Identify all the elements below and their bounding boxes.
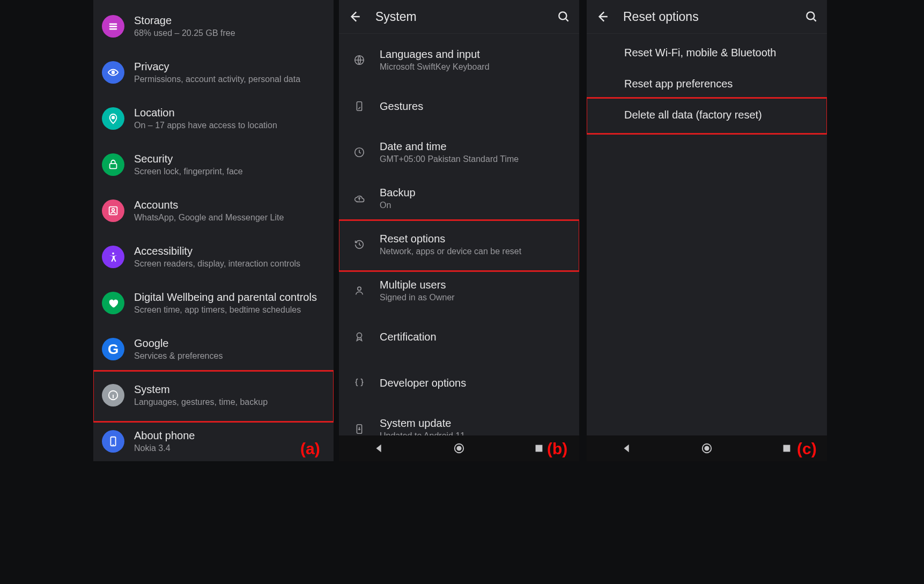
settings-screen: Storage68% used – 20.25 GB freePrivacyPe… xyxy=(93,0,334,461)
nav-back-icon[interactable] xyxy=(621,442,633,454)
svg-point-16 xyxy=(357,333,361,338)
system-list: Languages and inputMicrosoft SwiftKey Ke… xyxy=(339,34,579,452)
item-title: Multiple users xyxy=(380,278,572,291)
item-sub: GMT+05:00 Pakistan Standard Time xyxy=(380,154,572,165)
phone-down-icon xyxy=(346,423,372,435)
reset-item[interactable]: Reset app preferences xyxy=(587,68,827,99)
item-sub: WhatsApp, Google and Messenger Lite xyxy=(134,212,325,223)
nav-home-icon[interactable] xyxy=(701,442,713,454)
item-sub: Screen lock, fingerprint, face xyxy=(134,166,325,177)
back-icon[interactable] xyxy=(348,10,361,24)
settings-item[interactable]: AccessibilityScreen readers, display, in… xyxy=(93,234,334,280)
system-screen: System Languages and inputMicrosoft Swif… xyxy=(339,0,579,461)
svg-rect-2 xyxy=(109,28,117,30)
item-title: Location xyxy=(134,106,325,119)
pin-icon xyxy=(102,107,124,130)
item-title: Delete all data (factory reset) xyxy=(624,108,762,121)
system-item[interactable]: Date and timeGMT+05:00 Pakistan Standard… xyxy=(339,129,579,175)
svg-point-11 xyxy=(559,12,566,19)
settings-item[interactable]: AccountsWhatsApp, Google and Messenger L… xyxy=(93,188,334,234)
heart-icon xyxy=(102,292,124,314)
nav-home-icon[interactable] xyxy=(453,442,465,454)
item-title: Privacy xyxy=(134,60,325,73)
svg-point-4 xyxy=(112,116,115,119)
item-sub: Permissions, account activity, personal … xyxy=(134,74,325,85)
settings-item[interactable]: SystemLanguages, gestures, time, backup xyxy=(93,372,334,418)
item-title: Backup xyxy=(380,186,572,199)
ribbon-icon xyxy=(346,331,372,343)
system-item[interactable]: Reset optionsNetwork, apps or device can… xyxy=(339,221,579,268)
item-title: Accessibility xyxy=(134,245,325,257)
item-title: System xyxy=(134,383,325,396)
nav-recent-icon[interactable] xyxy=(781,442,793,454)
svg-point-23 xyxy=(705,446,708,450)
reset-list: Reset Wi-Fi, mobile & BluetoothReset app… xyxy=(587,34,827,130)
annotation-b: (b) xyxy=(547,440,567,458)
back-icon[interactable] xyxy=(595,10,609,24)
item-sub: Microsoft SwiftKey Keyboard xyxy=(380,62,572,72)
item-title: Developer options xyxy=(380,376,572,389)
item-title: Reset app preferences xyxy=(624,77,733,90)
item-sub: On – 17 apps have access to location xyxy=(134,120,325,131)
phone-box-icon xyxy=(102,430,124,453)
svg-rect-5 xyxy=(110,164,117,168)
gesture-icon xyxy=(346,100,372,112)
search-icon[interactable] xyxy=(804,10,818,24)
item-title: Security xyxy=(134,152,325,165)
settings-list: Storage68% used – 20.25 GB freePrivacyPe… xyxy=(93,0,334,461)
system-item[interactable]: Certification xyxy=(339,314,579,360)
info-icon xyxy=(102,384,124,406)
nav-recent-icon[interactable] xyxy=(533,442,545,454)
cloud-icon xyxy=(346,193,372,204)
svg-point-15 xyxy=(358,287,361,290)
system-item[interactable]: Developer options xyxy=(339,360,579,406)
settings-item[interactable]: PrivacyPermissions, account activity, pe… xyxy=(93,49,334,95)
item-title: Digital Wellbeing and parental controls xyxy=(134,291,325,304)
globe-icon xyxy=(346,54,372,66)
settings-item[interactable]: GGoogleServices & preferences xyxy=(93,326,334,372)
square-user-icon xyxy=(102,199,124,222)
reset-screen: Reset options Reset Wi-Fi, mobile & Blue… xyxy=(587,0,827,461)
system-title: System xyxy=(375,10,557,24)
settings-item[interactable]: About phoneNokia 3.4 xyxy=(93,418,334,461)
item-sub: Signed in as Owner xyxy=(380,292,572,303)
settings-item[interactable]: SecurityScreen lock, fingerprint, face xyxy=(93,142,334,188)
item-title: Google xyxy=(134,337,325,350)
item-title: About phone xyxy=(134,429,325,442)
system-item[interactable]: Gestures xyxy=(339,83,579,129)
annotation-c: (c) xyxy=(797,440,817,458)
settings-item[interactable]: LocationOn – 17 apps have access to loca… xyxy=(93,95,334,142)
svg-point-3 xyxy=(112,71,115,74)
svg-point-7 xyxy=(112,209,115,211)
nav-back-icon[interactable] xyxy=(373,442,385,454)
svg-rect-0 xyxy=(109,24,117,25)
eye-icon xyxy=(102,61,124,84)
item-title: Storage xyxy=(134,14,325,27)
item-sub: Screen time, app timers, bedtime schedul… xyxy=(134,305,325,315)
item-sub: 68% used – 20.25 GB free xyxy=(134,28,325,39)
settings-item[interactable]: Digital Wellbeing and parental controlsS… xyxy=(93,280,334,326)
system-item[interactable]: BackupOn xyxy=(339,175,579,221)
system-item[interactable]: Languages and inputMicrosoft SwiftKey Ke… xyxy=(339,37,579,83)
reset-item[interactable]: Reset Wi-Fi, mobile & Bluetooth xyxy=(587,37,827,68)
item-title: Languages and input xyxy=(380,48,572,61)
lock-icon xyxy=(102,153,124,176)
search-icon[interactable] xyxy=(557,10,571,24)
item-title: Date and time xyxy=(380,140,572,153)
annotation-a: (a) xyxy=(300,440,320,458)
restore-icon xyxy=(346,239,372,250)
clock-icon xyxy=(346,146,372,158)
svg-rect-20 xyxy=(536,445,543,452)
item-title: Certification xyxy=(380,330,572,343)
item-sub: Languages, gestures, time, backup xyxy=(134,397,325,408)
svg-point-19 xyxy=(457,446,461,450)
system-item[interactable]: Multiple usersSigned in as Owner xyxy=(339,268,579,314)
svg-point-8 xyxy=(112,253,114,255)
settings-item[interactable]: Storage68% used – 20.25 GB free xyxy=(93,3,334,49)
item-sub: Nokia 3.4 xyxy=(134,443,325,454)
svg-rect-24 xyxy=(783,445,790,452)
braces-icon xyxy=(346,377,372,389)
reset-item[interactable]: Delete all data (factory reset) xyxy=(587,99,827,130)
system-topbar: System xyxy=(339,0,579,34)
item-sub: On xyxy=(380,200,572,211)
